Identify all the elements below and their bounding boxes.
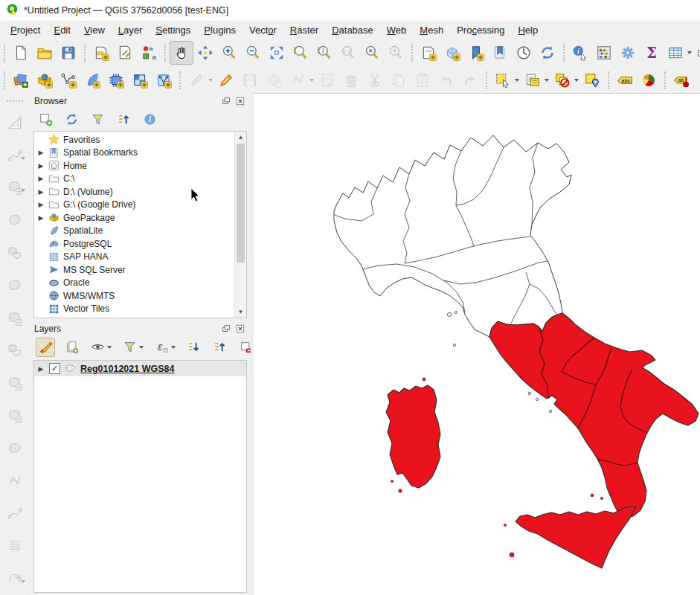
browser-item-ms-sql-server[interactable]: MS SQL Server [34, 263, 234, 277]
expand-arrow-icon[interactable]: ▶ [37, 365, 45, 373]
toolbar-grip[interactable] [4, 44, 5, 62]
collapse-all-button[interactable] [114, 110, 133, 129]
chevron-down-icon[interactable] [687, 51, 692, 54]
zoom-to-layer-button[interactable] [312, 41, 336, 65]
expand-arrow-icon[interactable]: ▶ [37, 201, 45, 208]
browser-close-button[interactable] [234, 96, 246, 107]
show-spatial-bookmarks-button[interactable] [488, 41, 512, 65]
expand-all-button[interactable] [184, 338, 203, 357]
open-data-source-manager-button[interactable] [9, 68, 33, 92]
toolbar-grip[interactable] [411, 44, 413, 62]
layers-close-button[interactable] [234, 324, 246, 335]
new-project-button[interactable] [9, 41, 33, 65]
expand-arrow-icon[interactable]: ▶ [37, 149, 45, 156]
layer-diagram-button[interactable] [637, 68, 661, 92]
expand-arrow-icon[interactable]: ▶ [37, 175, 45, 182]
map-sicily[interactable] [516, 506, 636, 568]
browser-item-sap-hana[interactable]: SAP HANA [34, 251, 234, 264]
browser-item-vector-tiles[interactable]: Vector Tiles [34, 303, 234, 316]
browser-item-favorites[interactable]: Favorites [34, 133, 234, 147]
menu-view[interactable]: View [77, 22, 112, 38]
collapse-all-button[interactable] [210, 338, 229, 357]
toolbar-grip[interactable] [4, 71, 5, 89]
new-temporary-scratch-layer-button[interactable] [104, 68, 128, 92]
show-statistics-button[interactable]: Σ [640, 41, 664, 65]
browser-item-spatialite[interactable]: SpatiaLite [34, 225, 234, 238]
browser-scrollbar[interactable]: ▲ ▼ [234, 132, 246, 318]
new-print-layout-button[interactable] [89, 41, 113, 65]
deselect-features-button[interactable] [550, 68, 574, 92]
select-features-by-value-button[interactable] [521, 68, 545, 92]
toolbar-grip[interactable] [179, 71, 181, 89]
toolbar-grip[interactable] [84, 44, 86, 62]
toolbar-grip[interactable] [486, 71, 487, 89]
refresh-browser-button[interactable] [62, 110, 81, 129]
chevron-down-icon[interactable] [171, 346, 176, 349]
browser-item-d-volume[interactable]: ▶D:\ (Volume) [34, 185, 234, 199]
browser-item-g-google-drive[interactable]: ▶G:\ (Google Drive) [34, 199, 234, 212]
chevron-down-icon[interactable] [139, 346, 144, 349]
new-mesh-layer-button[interactable] [152, 68, 176, 92]
new-geopackage-layer-button[interactable] [33, 68, 57, 92]
menu-edit[interactable]: Edit [47, 22, 77, 38]
expand-arrow-icon[interactable]: ▶ [37, 162, 45, 170]
processing-toolbox-button[interactable] [616, 41, 640, 65]
new-3d-map-view-button[interactable] [440, 41, 464, 65]
toggle-editing-button[interactable] [214, 68, 238, 92]
new-virtual-layer-button[interactable] [128, 68, 152, 92]
map-canvas[interactable] [254, 93, 700, 595]
chevron-down-icon[interactable] [545, 79, 549, 82]
pan-map-button[interactable] [170, 41, 193, 65]
menu-raster[interactable]: Raster [283, 22, 325, 38]
layers-float-button[interactable] [219, 324, 232, 335]
zoom-to-selection-button[interactable] [289, 41, 312, 65]
browser-item-c[interactable]: ▶C:\ [34, 173, 234, 186]
expand-arrow-icon[interactable]: ▶ [37, 214, 45, 222]
browser-item-xyz-tiles[interactable]: ▶XYZ Tiles [34, 315, 234, 318]
map-north-regions[interactable] [334, 135, 571, 337]
scroll-down-icon[interactable]: ▼ [235, 306, 246, 318]
layer-row-reg01012021-wgs84[interactable]: ▶✓Reg01012021 WGS84 [34, 361, 246, 376]
map-south-regions-red[interactable] [489, 313, 699, 518]
scroll-up-icon[interactable]: ▲ [235, 132, 246, 143]
filter-browser-button[interactable] [88, 110, 107, 129]
manage-map-themes-button[interactable] [88, 338, 107, 357]
chevron-down-icon[interactable] [107, 346, 112, 349]
pin-labels-button[interactable]: ab [670, 68, 693, 92]
open-layer-styling-panel-button[interactable] [36, 338, 55, 357]
toolbar-grip[interactable] [7, 100, 23, 102]
zoom-full-button[interactable] [265, 41, 289, 65]
browser-item-spatial-bookmarks[interactable]: ▶Spatial Bookmarks [34, 147, 234, 160]
filter-legend-by-expression-button[interactable]: ε [152, 338, 171, 357]
menu-settings[interactable]: Settings [149, 22, 197, 38]
browser-item-wms-wmts[interactable]: WMS/WMTS [34, 289, 234, 303]
browser-item-oracle[interactable]: Oracle [34, 277, 234, 290]
layer-labeling-button[interactable]: abc [613, 68, 637, 92]
identify-features-button[interactable]: i [568, 41, 592, 65]
new-spatial-bookmark-button[interactable] [464, 41, 488, 65]
menu-web[interactable]: Web [380, 22, 414, 38]
toolbar-grip[interactable] [563, 44, 565, 62]
temporal-controller-button[interactable] [512, 41, 536, 65]
toolbar-grip[interactable] [664, 71, 666, 89]
chevron-down-icon[interactable] [515, 79, 519, 82]
menu-layer[interactable]: Layer [112, 22, 150, 38]
open-project-button[interactable] [33, 41, 57, 65]
scrollbar-thumb[interactable] [237, 144, 245, 263]
style-manager-button[interactable]: a [137, 41, 161, 65]
save-project-button[interactable] [57, 41, 80, 65]
menu-project[interactable]: Project [4, 22, 47, 38]
properties-widget-button[interactable]: i [140, 110, 159, 129]
filter-legend-button[interactable] [120, 338, 139, 357]
layer-visibility-checkbox[interactable]: ✓ [49, 363, 60, 374]
add-selected-layers-button[interactable] [36, 110, 55, 129]
menu-vector[interactable]: Vector [243, 22, 283, 38]
menu-help[interactable]: Help [511, 22, 545, 38]
menu-plugins[interactable]: Plugins [197, 22, 243, 38]
add-group-button[interactable] [62, 338, 81, 357]
menu-database[interactable]: Database [325, 22, 380, 38]
menu-processing[interactable]: Processing [450, 22, 511, 38]
menu-mesh[interactable]: Mesh [413, 22, 450, 38]
show-layout-manager-button[interactable] [113, 41, 137, 65]
new-spatialite-layer-button[interactable] [80, 68, 104, 92]
